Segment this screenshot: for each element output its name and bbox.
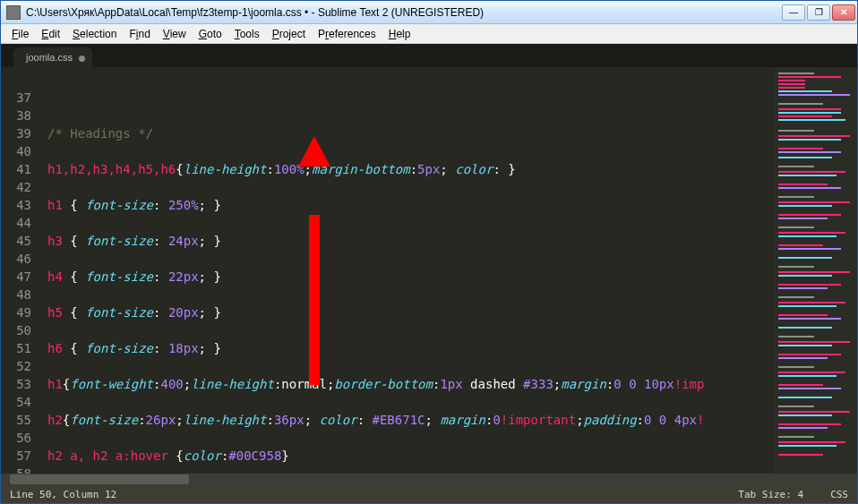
app-window: C:\Users\Хряк\AppData\Local\Temp\fz3temp… <box>0 0 858 504</box>
maximize-button[interactable]: ❐ <box>807 4 830 21</box>
close-button[interactable]: ✕ <box>832 4 855 21</box>
menu-goto[interactable]: Goto <box>193 26 227 42</box>
minimap[interactable] <box>775 67 857 474</box>
menu-find[interactable]: Find <box>124 26 155 42</box>
editor-area: joomla.css 37 38 39 40 41 42 43 44 45 46… <box>1 44 857 503</box>
tab-label: joomla.css <box>26 52 73 63</box>
menu-file[interactable]: File <box>6 26 34 42</box>
menu-help[interactable]: Help <box>383 26 416 42</box>
menu-view[interactable]: View <box>158 26 192 42</box>
menu-selection[interactable]: Selection <box>67 26 122 42</box>
code-editor[interactable]: 37 38 39 40 41 42 43 44 45 46 47 48 49 5… <box>1 67 857 474</box>
horizontal-scrollbar[interactable] <box>1 474 857 485</box>
code-content[interactable]: /* Headings */ h1,h2,h3,h4,h5,h6{line-he… <box>40 67 775 474</box>
window-title: C:\Users\Хряк\AppData\Local\Temp\fz3temp… <box>26 6 782 19</box>
app-icon <box>6 5 21 20</box>
scroll-thumb[interactable] <box>10 474 189 484</box>
tab-joomla-css[interactable]: joomla.css <box>13 47 92 67</box>
window-controls: — ❐ ✕ <box>782 4 855 21</box>
menu-project[interactable]: Project <box>267 26 311 42</box>
tabstrip: joomla.css <box>1 44 857 67</box>
minimize-button[interactable]: — <box>782 4 805 21</box>
status-tab-size[interactable]: Tab Size: 4 <box>738 489 803 500</box>
dirty-indicator-icon <box>79 56 85 62</box>
status-cursor-position[interactable]: Line 50, Column 12 <box>10 489 116 500</box>
statusbar: Line 50, Column 12 Tab Size: 4 CSS <box>1 485 857 503</box>
status-language[interactable]: CSS <box>830 489 848 500</box>
titlebar[interactable]: C:\Users\Хряк\AppData\Local\Temp\fz3temp… <box>1 1 857 24</box>
menu-preferences[interactable]: Preferences <box>313 26 382 42</box>
menu-edit[interactable]: Edit <box>36 26 65 42</box>
menubar: File Edit Selection Find View Goto Tools… <box>1 24 857 44</box>
menu-tools[interactable]: Tools <box>229 26 265 42</box>
gutter: 37 38 39 40 41 42 43 44 45 46 47 48 49 5… <box>1 67 40 474</box>
